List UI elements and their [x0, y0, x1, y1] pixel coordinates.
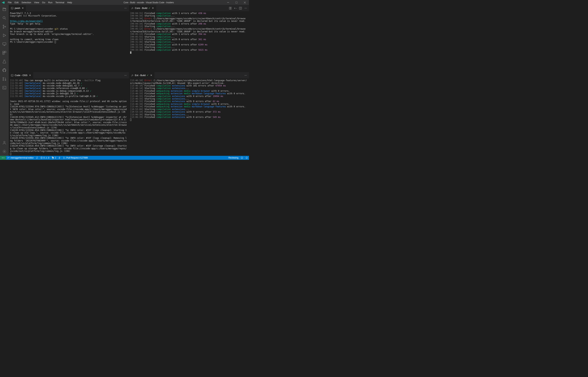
extensions-icon[interactable] [0, 48, 9, 57]
branch-status[interactable]: merogge/terminal-editor [6, 156, 35, 160]
svg-rect-8 [5, 51, 6, 53]
check-icon: ✓ [147, 74, 149, 77]
svg-rect-20 [11, 74, 13, 76]
error-count: 0 [43, 156, 45, 159]
search-icon[interactable] [0, 14, 9, 22]
check-icon: ✓ [148, 7, 150, 10]
terminal-output[interactable]: [09:04:31] Finished compilation with 1 e… [129, 11, 249, 72]
tools-icon [131, 74, 134, 77]
split-icon[interactable] [239, 7, 242, 10]
vscode-insiders-logo-icon [0, 1, 6, 4]
explorer-icon[interactable] [0, 5, 9, 14]
menu-help[interactable]: Help [66, 0, 73, 5]
settings-gear-icon[interactable] [0, 147, 9, 156]
error-icon: ⓧ [40, 156, 43, 159]
tools-icon [131, 7, 134, 10]
svg-point-3 [3, 25, 4, 26]
source-control-icon[interactable] [0, 22, 9, 31]
review-status[interactable]: Reviewing [227, 156, 239, 160]
close-icon[interactable]: ✕ [152, 7, 154, 10]
svg-rect-6 [3, 43, 6, 45]
pane-actions: ⋯ [122, 5, 129, 11]
menu-view[interactable]: View [33, 0, 41, 5]
terminal-output[interactable]: [11:55:40] You can manage built-in exten… [9, 78, 129, 156]
problems-status[interactable]: ⓧ0 ⚠0 [39, 156, 50, 160]
terminal-icon [11, 7, 14, 10]
remote-indicator[interactable] [0, 156, 6, 160]
more-icon[interactable]: ⋯ [244, 7, 247, 10]
feedback-icon[interactable] [239, 156, 244, 160]
tab-code-oss[interactable]: Code - OSS ✕ [9, 72, 34, 78]
svg-point-23 [9, 157, 9, 158]
close-icon[interactable]: ✕ [150, 74, 153, 77]
terminal-output[interactable]: [13:46:10] Error: C:/Users/merogge/repos… [129, 78, 249, 156]
svg-point-12 [5, 80, 6, 81]
svg-rect-17 [229, 7, 230, 9]
menu-terminal[interactable]: Terminal [54, 0, 66, 5]
main-area: pwsh ✕ ⋯ PowerShell 7.1.3 Copyright (c) … [0, 5, 249, 156]
menu-file[interactable]: File [6, 0, 13, 5]
activity-bar [0, 5, 9, 156]
testing-icon[interactable] [0, 57, 9, 66]
more-icon[interactable]: ⋯ [124, 74, 127, 77]
add-icon[interactable]: ＋⌄ [234, 7, 237, 10]
close-icon[interactable]: ✕ [28, 74, 31, 77]
tab-label: Code - OSS [15, 74, 27, 77]
svg-rect-16 [11, 7, 13, 9]
svg-point-21 [8, 157, 8, 157]
github-icon[interactable] [0, 66, 9, 75]
tab-label: Core - Build [135, 7, 147, 10]
close-icon[interactable]: ✕ [21, 7, 24, 10]
ports-count: 2 [55, 156, 56, 159]
menu-edit[interactable]: Edit [13, 0, 20, 5]
tab-ext-build[interactable]: Ext - Build ✓ ✕ [129, 72, 155, 78]
remote-explorer-icon[interactable] [0, 40, 9, 48]
pane-actions: ⋯ [122, 72, 129, 78]
tab-bar: Core - Build ✓ ✕ ＋⌄ ⋯ [129, 5, 249, 11]
pane-top-right: Core - Build ✓ ✕ ＋⌄ ⋯ [09:04:31] Finishe… [129, 5, 249, 72]
titlebar: FileEditSelectionViewGoRunTerminalHelp C… [0, 0, 249, 5]
notifications-icon[interactable] [244, 156, 249, 160]
more-icon[interactable]: ⋯ [244, 74, 247, 77]
svg-point-14 [4, 141, 5, 143]
account-icon[interactable] [0, 138, 9, 147]
maximize-button[interactable] [232, 0, 241, 5]
pull-request-status[interactable]: Pull Request #127889 [62, 156, 89, 160]
svg-rect-13 [3, 86, 6, 89]
warning-icon: ⚠ [45, 156, 47, 159]
pane-top-left: pwsh ✕ ⋯ PowerShell 7.1.3 Copyright (c) … [9, 5, 129, 72]
menu-go[interactable]: Go [41, 0, 47, 5]
pane-actions: ＋⌄ ⋯ [227, 5, 249, 11]
svg-rect-9 [3, 53, 4, 55]
svg-point-22 [8, 158, 8, 159]
svg-point-27 [241, 157, 243, 159]
svg-point-10 [3, 78, 4, 78]
pane-actions: ⋯ [242, 72, 249, 78]
sync-status[interactable] [35, 156, 39, 160]
svg-point-15 [4, 151, 5, 152]
ports-status[interactable]: 📡 2 [50, 156, 57, 160]
svg-point-5 [5, 26, 6, 27]
pull-request-panel-icon[interactable] [0, 75, 9, 83]
pane-bottom-left: Code - OSS ✕ ⋯ [11:55:40] You can manage… [9, 72, 129, 156]
terminal-panel-icon[interactable] [0, 83, 9, 92]
terminal-output[interactable]: PowerShell 7.1.3 Copyright (c) Microsoft… [9, 11, 129, 72]
run-debug-icon[interactable] [0, 31, 9, 40]
tab-bar: Code - OSS ✕ ⋯ [9, 72, 129, 78]
quickfix-status[interactable] [57, 156, 62, 160]
tab-pwsh[interactable]: pwsh ✕ [9, 5, 26, 11]
tab-core-build[interactable]: Core - Build ✓ ✕ [129, 5, 157, 11]
terminal-icon [11, 74, 14, 77]
review-label: Reviewing [228, 156, 238, 159]
minimize-button[interactable] [224, 0, 232, 5]
close-button[interactable] [241, 0, 249, 5]
compare-icon[interactable] [229, 7, 232, 10]
menu-selection[interactable]: Selection [20, 0, 33, 5]
svg-rect-18 [230, 7, 231, 9]
tab-bar: pwsh ✕ ⋯ [9, 5, 129, 11]
svg-point-2 [3, 17, 5, 19]
menu-run[interactable]: Run [47, 0, 54, 5]
more-icon[interactable]: ⋯ [124, 7, 127, 10]
editor-grid: pwsh ✕ ⋯ PowerShell 7.1.3 Copyright (c) … [9, 5, 249, 156]
svg-point-11 [3, 80, 4, 81]
